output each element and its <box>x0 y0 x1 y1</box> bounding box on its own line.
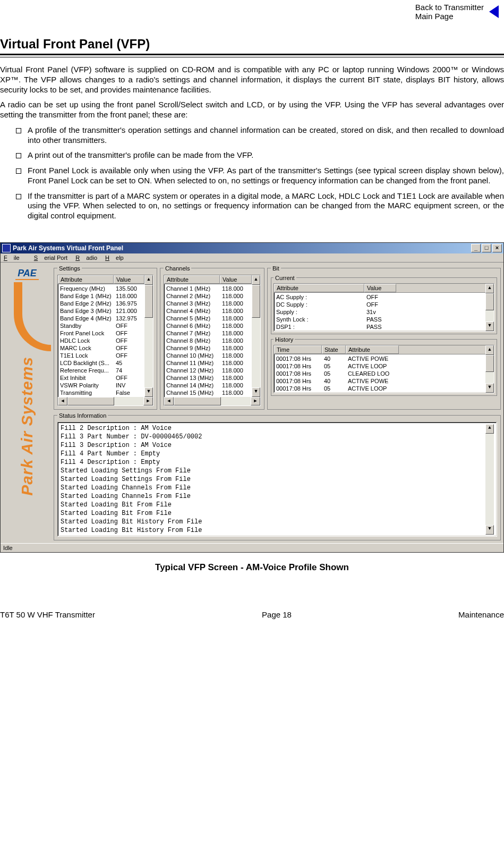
footer-left: T6T 50 W VHF Transmitter <box>0 610 95 619</box>
scroll-down-icon[interactable]: ▼ <box>252 387 260 397</box>
menu-file[interactable]: File <box>4 255 26 261</box>
table-row[interactable]: Channel 8 (MHz)118.000 <box>164 337 252 344</box>
table-row[interactable]: Channel 12 (MHz)118.000 <box>164 367 252 374</box>
scroll-right-icon[interactable]: ► <box>143 397 153 405</box>
table-row[interactable]: DSP1 :PASS <box>274 323 485 331</box>
table-row[interactable]: AC Supply :OFF <box>274 293 485 301</box>
scroll-down-icon[interactable]: ▼ <box>485 383 494 393</box>
pae-logo: PAE <box>15 268 39 280</box>
scroll-down-icon[interactable]: ▼ <box>485 322 494 331</box>
menu-help[interactable]: Help <box>105 255 124 261</box>
minimize-button[interactable]: _ <box>471 244 481 252</box>
table-row[interactable]: Frequency (MHz)135.500 <box>58 285 144 292</box>
table-row[interactable]: DC Supply :OFF <box>274 301 485 308</box>
table-row[interactable]: Channel 14 (MHz)118.000 <box>164 382 252 389</box>
channels-col-attribute[interactable]: Attribute <box>164 275 220 284</box>
bithist-col-state[interactable]: State <box>322 345 346 354</box>
table-row[interactable]: Band Edge 2 (MHz)136.975 <box>58 300 144 307</box>
table-row[interactable]: Channel 5 (MHz)118.000 <box>164 315 252 322</box>
scroll-left-icon[interactable]: ◄ <box>164 397 174 405</box>
channels-col-value[interactable]: Value <box>220 275 252 284</box>
menu-serial-port[interactable]: Serial Port <box>34 255 67 261</box>
scroll-thumb[interactable] <box>144 285 153 318</box>
maximize-button[interactable]: □ <box>482 244 491 252</box>
table-row[interactable]: StandbyOFF <box>58 322 144 329</box>
table-row[interactable]: VSWR PolarityINV <box>58 382 144 389</box>
scroll-thumb[interactable] <box>485 293 494 310</box>
back-arrow-icon[interactable] <box>489 5 499 18</box>
scroll-right-icon[interactable]: ► <box>251 397 260 405</box>
statusbar: Idle <box>1 543 503 552</box>
page-title: Virtual Front Panel (VFP) <box>0 37 504 52</box>
table-row[interactable]: 00017:08 Hrs05CLEARED LOO <box>274 370 485 377</box>
table-row[interactable]: HDLC LockOFF <box>58 337 144 344</box>
bitcur-col-attribute[interactable]: Attribute <box>274 284 364 292</box>
scroll-down-icon[interactable]: ▼ <box>485 525 494 535</box>
titlebar[interactable]: Park Air Systems Virtual Front Panel _ □… <box>1 243 503 253</box>
settings-vscrollbar[interactable]: ▲ ▼ <box>144 275 153 397</box>
status-info-textarea[interactable]: Fill 2 Description : AM Voice Fill 3 Par… <box>57 422 497 537</box>
bit-group: Bit Current Attribute Value <box>267 265 501 410</box>
table-row[interactable]: 00017:08 Hrs40ACTIVE POWE <box>274 355 485 362</box>
scroll-left-icon[interactable]: ◄ <box>58 397 67 405</box>
settings-hscrollbar[interactable]: ◄ ► <box>58 397 153 405</box>
table-row[interactable]: 00017:08 Hrs40ACTIVE POWE <box>274 377 485 385</box>
channels-list[interactable]: Channel 1 (MHz)118.000Channel 2 (MHz)118… <box>164 284 252 397</box>
table-row[interactable]: 00017:08 Hrs05ACTIVE LOOP <box>274 385 485 392</box>
table-row[interactable]: Reference Frequ...74 <box>58 367 144 374</box>
bit-current-list[interactable]: AC Supply :OFFDC Supply :OFFSupply :31vS… <box>274 293 485 331</box>
table-row[interactable]: Band Edge 3 (MHz)121.000 <box>58 307 144 315</box>
settings-col-attribute[interactable]: Attribute <box>58 275 114 284</box>
table-row[interactable]: Channel 3 (MHz)118.000 <box>164 300 252 307</box>
vfp-window: Park Air Systems Virtual Front Panel _ □… <box>0 242 504 553</box>
bit-history-list[interactable]: 00017:08 Hrs40ACTIVE POWE00017:08 Hrs05A… <box>274 354 485 393</box>
table-row[interactable]: 00017:08 Hrs05ACTIVE LOOP <box>274 362 485 370</box>
bitcur-vscrollbar[interactable]: ▲ ▼ <box>485 284 494 331</box>
scroll-up-icon[interactable]: ▲ <box>144 275 153 285</box>
scroll-up-icon[interactable]: ▲ <box>485 345 494 355</box>
scroll-thumb[interactable] <box>485 355 494 372</box>
channels-hscrollbar[interactable]: ◄ ► <box>164 397 260 405</box>
close-button[interactable]: × <box>492 244 502 252</box>
scroll-up-icon[interactable]: ▲ <box>485 284 494 293</box>
scroll-down-icon[interactable]: ▼ <box>144 387 153 397</box>
bit-current-legend: Current <box>274 275 296 281</box>
scroll-thumb[interactable] <box>252 285 260 318</box>
table-row[interactable]: Channel 7 (MHz)118.000 <box>164 329 252 337</box>
table-row[interactable]: TransmittingFalse <box>58 389 144 396</box>
menu-radio[interactable]: Radio <box>75 255 97 261</box>
app-icon <box>2 244 11 252</box>
table-row[interactable]: Channel 9 (MHz)118.000 <box>164 344 252 352</box>
table-row[interactable]: LCD Backlight (S...45 <box>58 359 144 367</box>
settings-col-value[interactable]: Value <box>114 275 144 284</box>
scroll-up-icon[interactable]: ▲ <box>252 275 260 285</box>
scroll-thumb[interactable] <box>67 397 114 405</box>
back-link[interactable]: Back to Transmitter Main Page <box>415 3 484 21</box>
table-row[interactable]: Channel 4 (MHz)118.000 <box>164 307 252 315</box>
table-row[interactable]: Band Edge 1 (MHz)118.000 <box>58 292 144 300</box>
table-row[interactable]: Channel 2 (MHz)118.000 <box>164 292 252 300</box>
table-row[interactable]: Supply :31v <box>274 308 485 316</box>
table-row[interactable]: Front Panel LockOFF <box>58 329 144 337</box>
table-row[interactable]: MARC LockOFF <box>58 344 144 352</box>
bithist-vscrollbar[interactable]: ▲ ▼ <box>485 345 494 393</box>
bitcur-col-value[interactable]: Value <box>364 284 396 292</box>
table-row[interactable]: Channel 10 (MHz)118.000 <box>164 352 252 359</box>
table-row[interactable]: Synth Lock :PASS <box>274 316 485 323</box>
table-row[interactable]: Channel 6 (MHz)118.000 <box>164 322 252 329</box>
table-row[interactable]: T1E1 LockOFF <box>58 352 144 359</box>
scroll-thumb[interactable] <box>174 397 221 405</box>
table-row[interactable]: Ext InhibitOFF <box>58 374 144 382</box>
bithist-col-attribute[interactable]: Attribute <box>346 345 399 354</box>
table-row[interactable]: Channel 1 (MHz)118.000 <box>164 285 252 292</box>
status-vscrollbar[interactable]: ▲ ▼ <box>485 424 494 535</box>
bithist-col-time[interactable]: Time <box>274 345 322 354</box>
scroll-up-icon[interactable]: ▲ <box>485 424 494 434</box>
settings-list[interactable]: Frequency (MHz)135.500Band Edge 1 (MHz)1… <box>58 284 144 397</box>
table-row[interactable]: Band Edge 4 (MHz)132.975 <box>58 315 144 322</box>
table-row[interactable]: Channel 15 (MHz)118.000 <box>164 389 252 396</box>
channels-vscrollbar[interactable]: ▲ ▼ <box>252 275 260 397</box>
table-row[interactable]: Channel 11 (MHz)118.000 <box>164 359 252 367</box>
bit-history-group: History Time State Attribute <box>271 336 497 396</box>
table-row[interactable]: Channel 13 (MHz)118.000 <box>164 374 252 382</box>
